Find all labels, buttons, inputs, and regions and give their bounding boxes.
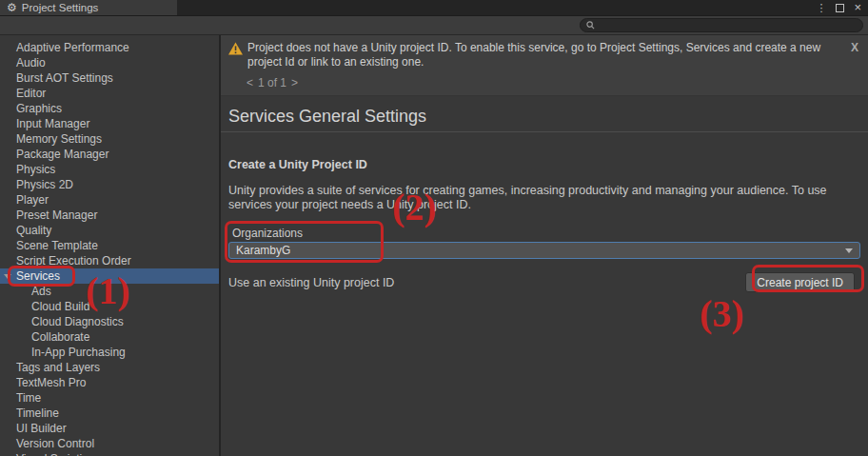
- kebab-menu-icon[interactable]: ⋮: [816, 2, 826, 14]
- sidebar-item[interactable]: Time: [0, 390, 219, 406]
- sidebar-item-label: Cloud Diagnostics: [31, 315, 124, 328]
- existing-project-id-label: Use an existing Unity project ID: [228, 276, 394, 289]
- search-box[interactable]: [580, 18, 863, 32]
- sidebar-item-label: Package Manager: [16, 148, 108, 161]
- sidebar-item-label: Visual Scripting: [16, 452, 95, 456]
- toolbar: [0, 16, 868, 35]
- warning-banner: Project does not have a Unity project ID…: [221, 35, 868, 96]
- page-title: Services General Settings: [221, 96, 868, 131]
- window-title: Project Settings: [22, 2, 99, 13]
- sidebar-item[interactable]: Physics: [0, 162, 219, 177]
- sidebar-item-label: Time: [16, 391, 41, 405]
- sidebar-item-label: Version Control: [16, 437, 94, 450]
- section-description: Unity provides a suite of services for c…: [228, 184, 852, 212]
- sidebar-item[interactable]: Services: [0, 268, 219, 284]
- window-controls: ⋮ ×: [816, 0, 868, 15]
- sidebar-item[interactable]: Preset Manager: [0, 208, 219, 223]
- create-project-id-section: Create a Unity Project ID Unity provides…: [221, 158, 868, 292]
- sidebar-item-label: Ads: [31, 285, 51, 298]
- sidebar-item[interactable]: Graphics: [0, 101, 219, 116]
- sidebar-item-label: Services: [16, 269, 60, 283]
- sidebar-item-label: Quality: [16, 224, 51, 237]
- sidebar-item-label: Cloud Build: [31, 300, 89, 313]
- chevron-down-icon: [845, 248, 853, 253]
- window-tab[interactable]: ⚙ Project Settings: [0, 0, 177, 15]
- content-area: Adaptive Performance Audio Burst AOT Set…: [0, 35, 868, 456]
- sidebar-item[interactable]: Input Manager: [0, 116, 219, 131]
- sidebar-item[interactable]: Tags and Layers: [0, 360, 219, 375]
- warning-triangle-icon: [228, 42, 243, 55]
- sidebar-item-label: Collaborate: [31, 330, 89, 344]
- organizations-label: Organizations: [228, 227, 860, 240]
- gear-icon: ⚙: [7, 2, 17, 13]
- sidebar-item[interactable]: Script Execution Order: [0, 253, 219, 268]
- sidebar-item[interactable]: Cloud Diagnostics: [0, 314, 219, 329]
- sidebar-item-label: Audio: [16, 56, 46, 69]
- sidebar-item[interactable]: TextMesh Pro: [0, 375, 219, 390]
- sidebar-item-label: Scene Template: [16, 239, 98, 252]
- pagination-prev-button[interactable]: <: [247, 76, 253, 89]
- sidebar-item-label: Burst AOT Settings: [16, 71, 113, 85]
- sidebar-item[interactable]: Scene Template: [0, 238, 219, 253]
- sidebar-item[interactable]: Timeline: [0, 406, 219, 421]
- sidebar-item[interactable]: Collaborate: [0, 329, 219, 345]
- search-input[interactable]: [599, 20, 857, 31]
- sidebar-item-label: Editor: [16, 87, 46, 100]
- sidebar-item-label: Input Manager: [16, 117, 89, 130]
- sidebar-item-label: Physics 2D: [16, 178, 73, 191]
- sidebar-item[interactable]: Ads: [0, 284, 219, 299]
- sidebar-item-label: Memory Settings: [16, 132, 102, 146]
- banner-pagination: < 1 of 1 >: [247, 76, 860, 89]
- sidebar-item[interactable]: Quality: [0, 223, 219, 238]
- sidebar-item-label: Adaptive Performance: [16, 41, 129, 54]
- sidebar-item[interactable]: Version Control: [0, 436, 219, 451]
- organizations-selected-value: KarambyG: [236, 244, 290, 257]
- close-icon[interactable]: ×: [854, 3, 861, 12]
- heading-divider: [221, 131, 868, 132]
- banner-close-icon[interactable]: X: [851, 41, 858, 54]
- sidebar-item[interactable]: Adaptive Performance: [0, 40, 219, 55]
- create-project-id-button[interactable]: Create project ID: [745, 272, 855, 292]
- sidebar-item-label: Graphics: [16, 102, 62, 115]
- sidebar-item[interactable]: Memory Settings: [0, 131, 219, 147]
- sidebar-item-label: Tags and Layers: [16, 361, 100, 374]
- sidebar-item[interactable]: Editor: [0, 86, 219, 101]
- services-settings-panel: Project does not have a Unity project ID…: [221, 35, 868, 456]
- section-title: Create a Unity Project ID: [228, 158, 860, 171]
- sidebar-item-label: Physics: [16, 163, 55, 176]
- sidebar-item[interactable]: UI Builder: [0, 421, 219, 436]
- sidebar-item[interactable]: Cloud Build: [0, 299, 219, 314]
- sidebar-item[interactable]: In-App Purchasing: [0, 345, 219, 360]
- sidebar-item-label: TextMesh Pro: [16, 376, 86, 389]
- sidebar-item-label: Script Execution Order: [16, 254, 131, 268]
- maximize-icon[interactable]: [836, 4, 844, 12]
- sidebar-item[interactable]: Audio: [0, 55, 219, 70]
- sidebar-item[interactable]: Player: [0, 192, 219, 208]
- sidebar-item[interactable]: Burst AOT Settings: [0, 70, 219, 86]
- pagination-next-button[interactable]: >: [291, 76, 298, 89]
- search-icon: [586, 21, 595, 30]
- organizations-dropdown[interactable]: KarambyG: [228, 242, 860, 259]
- sidebar-item-label: In-App Purchasing: [31, 346, 126, 359]
- settings-sidebar: Adaptive Performance Audio Burst AOT Set…: [0, 35, 221, 456]
- sidebar-item[interactable]: Physics 2D: [0, 177, 219, 192]
- sidebar-item[interactable]: Visual Scripting: [0, 451, 219, 456]
- window-titlebar: ⚙ Project Settings ⋮ ×: [0, 0, 868, 16]
- sidebar-item[interactable]: Package Manager: [0, 147, 219, 162]
- warning-message: Project does not have a Unity project ID…: [247, 41, 841, 69]
- pagination-label: 1 of 1: [258, 76, 286, 89]
- sidebar-item-label: Player: [16, 193, 49, 207]
- foldout-arrow-icon[interactable]: [4, 274, 11, 279]
- sidebar-item-label: UI Builder: [16, 422, 67, 435]
- sidebar-item-label: Timeline: [16, 406, 59, 420]
- sidebar-item-label: Preset Manager: [16, 208, 97, 222]
